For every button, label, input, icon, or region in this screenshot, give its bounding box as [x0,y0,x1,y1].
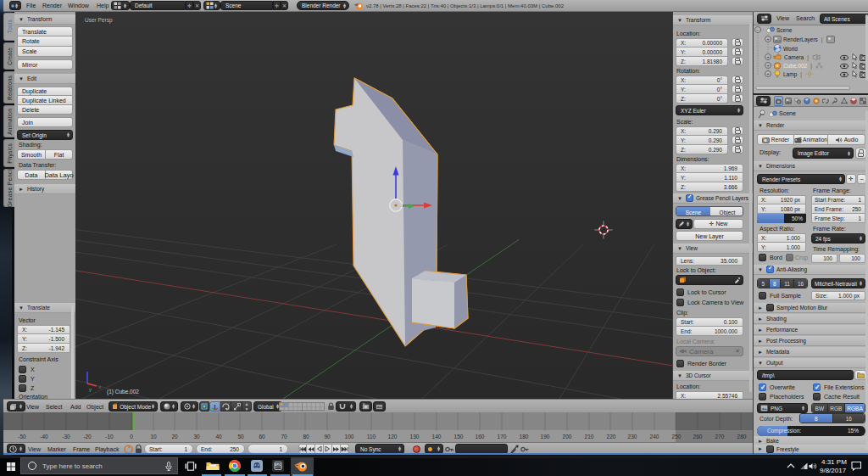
svg-text:40: 40 [215,434,222,440]
svg-text:50: 50 [237,434,244,440]
svg-text:30: 30 [193,434,200,440]
svg-text:120: 120 [388,434,398,440]
svg-text:EPIC: EPIC [275,463,281,467]
svg-text:270: 270 [715,434,725,440]
svg-text:20: 20 [171,434,178,440]
svg-text:170: 170 [498,434,507,440]
svg-text:100: 100 [345,434,354,440]
svg-text:70: 70 [281,434,287,440]
svg-text:y: y [89,387,92,392]
svg-text:240: 240 [650,434,659,440]
svg-text:60: 60 [259,434,265,440]
svg-text:x: x [98,384,101,389]
svg-text:150: 150 [454,434,464,440]
svg-text:-50: -50 [18,434,26,440]
svg-text:0: 0 [130,434,133,440]
svg-text:190: 190 [541,434,550,440]
svg-text:130: 130 [410,434,420,440]
svg-text:-10: -10 [105,434,114,440]
svg-text:80: 80 [303,434,309,440]
svg-text:220: 220 [607,434,616,440]
svg-text:GAMES: GAMES [274,466,282,469]
svg-text:180: 180 [520,434,529,440]
svg-text:110: 110 [367,434,376,440]
svg-text:-20: -20 [83,434,92,440]
svg-text:-30: -30 [62,434,70,440]
svg-text:280: 280 [737,434,747,440]
svg-text:230: 230 [628,434,637,440]
svg-text:10: 10 [150,434,157,440]
svg-text:140: 140 [432,434,442,440]
svg-text:250: 250 [672,434,682,440]
svg-text:-40: -40 [40,434,48,440]
svg-text:90: 90 [324,434,331,440]
svg-text:160: 160 [476,434,485,440]
svg-text:260: 260 [693,434,703,440]
svg-text:210: 210 [585,434,594,440]
svg-text:200: 200 [563,434,572,440]
